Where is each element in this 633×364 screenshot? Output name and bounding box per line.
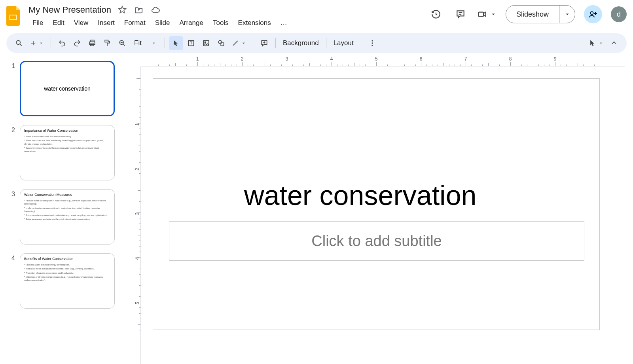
thumb-number: 3 — [9, 189, 15, 198]
zoom-dropdown[interactable]: Fit — [130, 36, 161, 50]
thumb-title: water conservation — [44, 85, 91, 92]
more-options-icon[interactable] — [365, 36, 379, 50]
slide-title-text[interactable]: water conservation — [244, 180, 477, 211]
slideshow-button[interactable]: Slideshow — [506, 6, 559, 23]
collapse-toolbar-icon[interactable] — [607, 36, 621, 50]
slides-logo[interactable] — [5, 5, 22, 27]
horizontal-ruler[interactable]: 123456789 — [141, 56, 625, 66]
svg-point-8 — [16, 40, 20, 44]
svg-point-31 — [371, 45, 373, 46]
mode-dropdown[interactable] — [586, 36, 606, 50]
select-tool-icon[interactable] — [169, 36, 183, 50]
thumb-heading: Water Conservation Measures — [24, 193, 110, 197]
ruler-v-label: 4 — [135, 257, 140, 260]
ruler-h-label: 6 — [420, 56, 423, 62]
text-box-icon[interactable] — [184, 36, 198, 50]
toolbar-separator — [253, 38, 253, 48]
menu-insert[interactable]: Insert — [94, 17, 119, 28]
thumb-number: 1 — [9, 61, 15, 70]
thumb-bullet: * Raise awareness and educate the public… — [24, 218, 110, 221]
insert-image-icon[interactable] — [199, 36, 213, 50]
menu-tools[interactable]: Tools — [209, 17, 233, 28]
subtitle-placeholder-text: Click to add subtitle — [311, 233, 442, 250]
cloud-status-icon[interactable] — [150, 4, 161, 15]
menu-overflow[interactable]: … — [277, 17, 291, 28]
toolbar-separator — [361, 38, 361, 48]
thumb-bullet: * Water resources are finite and facing … — [24, 139, 110, 146]
subtitle-placeholder-box[interactable]: Click to add subtitle — [169, 221, 584, 261]
document-title[interactable]: My New Presentation — [28, 5, 111, 15]
menu-edit[interactable]: Edit — [49, 17, 68, 28]
thumb-preview[interactable]: Importance of Water Conservation * Water… — [20, 125, 115, 180]
svg-rect-22 — [203, 40, 208, 46]
svg-line-18 — [123, 44, 125, 46]
new-slide-button[interactable] — [27, 36, 47, 50]
main-area: 1 water conservation 2 Importance of Wat… — [0, 56, 633, 364]
menu-slide[interactable]: Slide — [151, 17, 174, 28]
thumb-number: 4 — [9, 253, 15, 262]
app-header: My New Presentation File Edit Vi — [0, 0, 633, 32]
svg-rect-4 — [478, 12, 483, 17]
thumb-bullet: * Implement water-saving practices in ag… — [24, 207, 110, 213]
slide-thumbnail-1[interactable]: 1 water conservation — [9, 61, 115, 116]
filmstrip[interactable]: 1 water conservation 2 Importance of Wat… — [0, 56, 123, 364]
ruler-h-label: 8 — [509, 56, 512, 62]
svg-point-23 — [205, 42, 206, 43]
thumb-heading: Importance of Water Conservation — [24, 129, 110, 133]
slide-thumbnail-4[interactable]: 4 Benefits of Water Conservation * Reduc… — [9, 253, 115, 309]
menu-extensions[interactable]: Extensions — [234, 17, 275, 28]
insert-shape-icon[interactable] — [214, 36, 228, 50]
star-icon[interactable] — [117, 4, 128, 15]
thumb-number: 2 — [9, 125, 15, 134]
comments-icon[interactable] — [453, 6, 468, 22]
thumb-bullet: * Water is essential for life and human … — [24, 135, 110, 138]
thumb-bullet: * Reduced water bills and energy consump… — [24, 263, 110, 266]
layout-button[interactable]: Layout — [330, 36, 357, 50]
insert-line-icon[interactable] — [229, 36, 249, 50]
background-button[interactable]: Background — [280, 36, 322, 50]
svg-point-24 — [218, 40, 222, 44]
move-to-drive-icon[interactable] — [133, 4, 144, 15]
version-history-icon[interactable] — [428, 6, 444, 22]
paint-format-icon[interactable] — [100, 36, 114, 50]
svg-point-30 — [371, 42, 373, 44]
print-icon[interactable] — [85, 36, 99, 50]
ruler-v-label: 5 — [135, 302, 140, 305]
menu-file[interactable]: File — [28, 17, 47, 28]
ruler-v-label: 3 — [135, 212, 140, 215]
zoom-out-icon[interactable] — [115, 36, 129, 50]
canvas-area: 123456789 12345 water conservation Click… — [123, 56, 633, 364]
account-avatar[interactable]: d — [611, 6, 627, 22]
svg-line-26 — [233, 41, 238, 46]
present-camera-dropdown[interactable] — [477, 9, 497, 19]
undo-icon[interactable] — [55, 36, 69, 50]
menu-view[interactable]: View — [70, 17, 93, 28]
thumb-heading: Benefits of Water Conservation — [24, 257, 110, 261]
thumb-preview[interactable]: Benefits of Water Conservation * Reduced… — [20, 253, 115, 309]
slide-thumbnail-3[interactable]: 3 Water Conservation Measures * Reduce w… — [9, 189, 115, 245]
title-area: My New Presentation File Edit Vi — [28, 3, 291, 28]
ruler-v-label: 1 — [135, 123, 140, 126]
toolbar-separator — [165, 38, 165, 48]
slideshow-dropdown[interactable] — [559, 6, 575, 23]
slide-thumbnail-2[interactable]: 2 Importance of Water Conservation * Wat… — [9, 125, 115, 180]
thumb-bullet: * Increased water availability for essen… — [24, 267, 110, 270]
insert-comment-icon[interactable] — [257, 36, 271, 50]
toolbar-separator — [326, 38, 326, 48]
search-menus-icon[interactable] — [12, 36, 26, 50]
ruler-v-label: 2 — [135, 168, 140, 171]
svg-point-5 — [591, 12, 593, 15]
thumb-preview[interactable]: water conservation — [20, 61, 115, 116]
ruler-h-label: 4 — [330, 56, 333, 62]
menu-bar: File Edit View Insert Format Slide Arran… — [28, 17, 291, 28]
menu-format[interactable]: Format — [120, 17, 150, 28]
share-button[interactable] — [584, 5, 602, 23]
menu-arrange[interactable]: Arrange — [175, 17, 207, 28]
ruler-h-label: 2 — [241, 56, 244, 62]
svg-rect-1 — [10, 15, 16, 19]
zoom-value: Fit — [134, 39, 142, 47]
redo-icon[interactable] — [70, 36, 84, 50]
thumb-preview[interactable]: Water Conservation Measures * Reduce wat… — [20, 189, 115, 245]
slide-canvas[interactable]: water conservation Click to add subtitle — [153, 78, 600, 330]
vertical-ruler[interactable]: 12345 — [131, 66, 141, 364]
